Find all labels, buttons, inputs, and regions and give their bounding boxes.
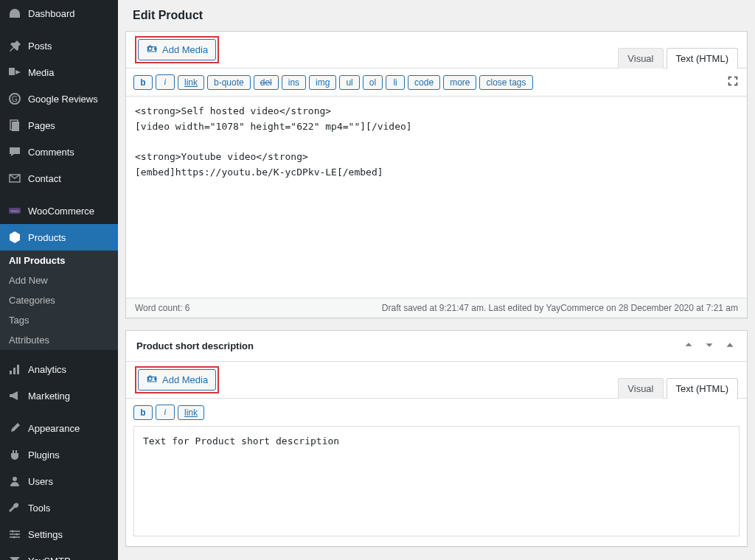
sidebar-item-posts[interactable]: Posts bbox=[0, 32, 118, 59]
bars-icon bbox=[7, 362, 22, 377]
editor-toolbar-short: b i link bbox=[126, 399, 747, 426]
sidebar-item-plugins[interactable]: Plugins bbox=[0, 441, 118, 468]
sidebar-sub-add-new[interactable]: Add New bbox=[0, 270, 118, 290]
sidebar-label: Products bbox=[28, 232, 66, 243]
editor-tabs: Visual Text (HTML) bbox=[615, 48, 738, 69]
svg-rect-3 bbox=[12, 122, 19, 131]
sidebar-sub-categories[interactable]: Categories bbox=[0, 290, 118, 310]
sidebar-item-tools[interactable]: Tools bbox=[0, 494, 118, 521]
toolbar-italic-button[interactable]: i bbox=[156, 74, 175, 90]
sidebar-item-analytics[interactable]: Analytics bbox=[0, 356, 118, 382]
sidebar-label: Pages bbox=[28, 120, 55, 131]
yay-icon bbox=[7, 553, 22, 560]
toolbar-more-button[interactable]: more bbox=[443, 75, 476, 90]
move-up-icon[interactable] bbox=[682, 338, 695, 354]
toolbar-code-button[interactable]: code bbox=[408, 75, 440, 90]
sidebar-item-comments[interactable]: Comments bbox=[0, 139, 118, 165]
toolbar-link-button[interactable]: link bbox=[178, 75, 204, 90]
add-media-button-short[interactable]: Add Media bbox=[138, 369, 216, 391]
sidebar-label: Dashboard bbox=[28, 8, 75, 19]
sidebar-item-dashboard[interactable]: Dashboard bbox=[0, 0, 118, 27]
tab-visual[interactable]: Visual bbox=[618, 48, 663, 69]
sidebar-item-media[interactable]: Media bbox=[0, 59, 118, 85]
sidebar-label: Appearance bbox=[28, 423, 80, 434]
sliders-icon bbox=[7, 527, 22, 542]
sidebar-item-woocommerce[interactable]: wooWooCommerce bbox=[0, 197, 118, 224]
wrench-icon bbox=[7, 500, 22, 515]
google-icon: G bbox=[7, 91, 22, 106]
pages-icon bbox=[7, 118, 22, 133]
sidebar-label: Contact bbox=[28, 173, 61, 184]
gauge-icon bbox=[7, 6, 22, 21]
sidebar-label: Comments bbox=[28, 147, 74, 158]
draft-status: Draft saved at 9:21:47 am. Last edited b… bbox=[382, 303, 738, 313]
tab-text-html-short[interactable]: Text (HTML) bbox=[667, 378, 739, 399]
toolbar-italic-button[interactable]: i bbox=[156, 405, 175, 420]
add-media-label: Add Media bbox=[162, 374, 208, 385]
sidebar-item-settings[interactable]: Settings bbox=[0, 521, 118, 547]
panel-header: Product short description bbox=[126, 331, 747, 362]
sidebar-label: WooCommerce bbox=[28, 206, 94, 217]
toolbar-del-button[interactable]: del bbox=[254, 75, 279, 90]
pin-icon bbox=[7, 38, 22, 53]
add-media-button[interactable]: Add Media bbox=[138, 39, 216, 60]
sidebar-label: YaySMTP bbox=[28, 556, 71, 561]
sidebar-item-pages[interactable]: Pages bbox=[0, 112, 118, 139]
svg-text:woo: woo bbox=[10, 209, 19, 213]
sidebar-sub-tags[interactable]: Tags bbox=[0, 310, 118, 330]
comment-icon bbox=[7, 144, 22, 159]
sidebar-label: Settings bbox=[28, 529, 63, 540]
box-icon bbox=[7, 230, 22, 245]
toolbar-closetags-button[interactable]: close tags bbox=[479, 75, 532, 90]
toolbar-ol-button[interactable]: ol bbox=[363, 75, 383, 90]
sidebar-sub-all-products[interactable]: All Products bbox=[0, 251, 118, 270]
media-row-short: Add Media Visual Text (HTML) bbox=[126, 362, 747, 399]
move-down-icon[interactable] bbox=[703, 338, 716, 354]
main-editor-panel: Add Media Visual Text (HTML) b i link b-… bbox=[125, 31, 748, 318]
brush-icon bbox=[7, 421, 22, 435]
sidebar-item-google-reviews[interactable]: GGoogle Reviews bbox=[0, 85, 118, 112]
fullscreen-icon[interactable] bbox=[726, 74, 740, 90]
sidebar-label: Marketing bbox=[28, 391, 70, 402]
sidebar-label: Users bbox=[28, 476, 53, 487]
editor-status-bar: Word count: 6 Draft saved at 9:21:47 am.… bbox=[126, 298, 747, 318]
toolbar-ins-button[interactable]: ins bbox=[282, 75, 306, 90]
user-icon bbox=[7, 474, 22, 489]
sidebar-item-products[interactable]: Products bbox=[0, 224, 118, 251]
toolbar-img-button[interactable]: img bbox=[309, 75, 336, 90]
sidebar-item-yaysmtp[interactable]: YaySMTP bbox=[0, 547, 118, 560]
toggle-panel-icon[interactable] bbox=[723, 338, 737, 354]
tab-text-html[interactable]: Text (HTML) bbox=[667, 48, 739, 69]
media-icon bbox=[7, 65, 22, 80]
highlight-annotation: Add Media bbox=[135, 366, 219, 393]
toolbar-bold-button[interactable]: b bbox=[133, 405, 153, 420]
sidebar-label: Google Reviews bbox=[28, 94, 98, 105]
short-description-panel: Product short description Add Media Visu… bbox=[125, 330, 748, 547]
word-count: Word count: 6 bbox=[135, 303, 189, 313]
editor-toolbar: b i link b-quote del ins img ul ol li co… bbox=[126, 69, 747, 97]
sidebar-sub-attributes[interactable]: Attributes bbox=[0, 330, 118, 350]
svg-point-10 bbox=[13, 477, 17, 481]
svg-point-15 bbox=[148, 47, 152, 51]
editor-tabs-short: Visual Text (HTML) bbox=[615, 378, 738, 399]
tab-visual-short[interactable]: Visual bbox=[618, 378, 663, 399]
short-description-textarea[interactable] bbox=[133, 426, 740, 536]
toolbar-bquote-button[interactable]: b-quote bbox=[207, 75, 251, 90]
svg-text:G: G bbox=[12, 95, 18, 103]
svg-point-16 bbox=[148, 377, 152, 381]
camera-icon bbox=[146, 43, 158, 57]
page-title: Edit Product bbox=[118, 0, 755, 31]
toolbar-bold-button[interactable]: b bbox=[133, 75, 153, 90]
sidebar-item-marketing[interactable]: Marketing bbox=[0, 382, 118, 409]
sidebar-item-users[interactable]: Users bbox=[0, 468, 118, 494]
toolbar-ul-button[interactable]: ul bbox=[339, 75, 359, 90]
toolbar-link-button[interactable]: link bbox=[178, 405, 204, 420]
megaphone-icon bbox=[7, 388, 22, 403]
sidebar-label: Tools bbox=[28, 503, 50, 514]
sidebar-item-appearance[interactable]: Appearance bbox=[0, 415, 118, 441]
main-editor-textarea[interactable] bbox=[126, 97, 747, 295]
svg-rect-9 bbox=[17, 365, 19, 374]
sidebar-item-contact[interactable]: Contact bbox=[0, 165, 118, 192]
svg-point-12 bbox=[16, 533, 18, 536]
toolbar-li-button[interactable]: li bbox=[386, 75, 405, 90]
